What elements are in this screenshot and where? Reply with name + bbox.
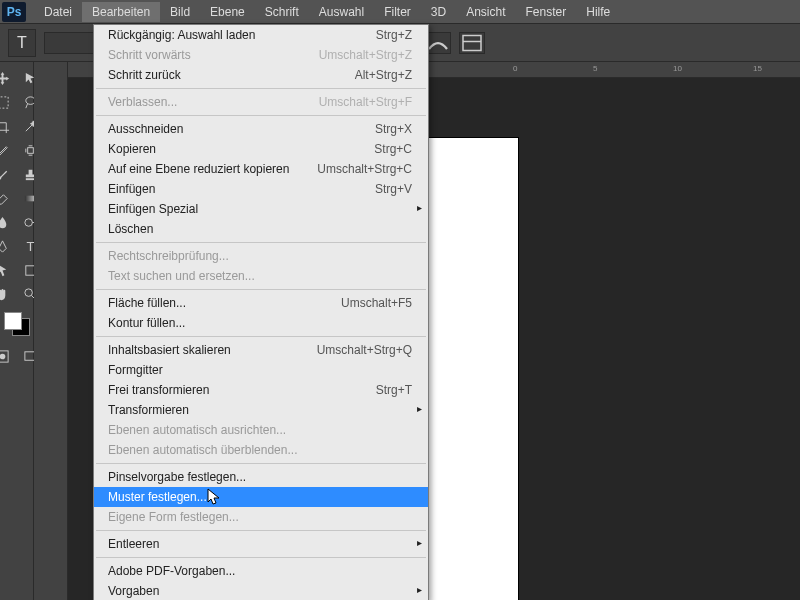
menu-item-adobe-pdf-vorgaben[interactable]: Adobe PDF-Vorgaben...: [94, 561, 428, 581]
menu-item-label: Ausschneiden: [108, 122, 183, 136]
menu-item-label: Schritt zurück: [108, 68, 181, 82]
tools-panel-left: T: [0, 62, 34, 600]
menu-item-label: Entleeren: [108, 537, 159, 551]
menu-3d[interactable]: 3D: [421, 2, 456, 22]
menu-item-einf-gen[interactable]: EinfügenStrg+V: [94, 179, 428, 199]
menu-item-text-suchen-und-ersetzen: Text suchen und ersetzen...: [94, 266, 428, 286]
menu-item-inhaltsbasiert-skalieren[interactable]: Inhaltsbasiert skalierenUmschalt+Strg+Q: [94, 340, 428, 360]
menu-item-label: Ebenen automatisch überblenden...: [108, 443, 297, 457]
brush-tool[interactable]: [0, 162, 17, 186]
menu-separator: [96, 463, 426, 464]
menu-separator: [96, 530, 426, 531]
current-tool-indicator[interactable]: T: [8, 29, 36, 57]
menu-item-label: Verblassen...: [108, 95, 177, 109]
quickmask-button[interactable]: [0, 344, 17, 368]
menu-item-auf-eine-ebene-reduziert-kopieren[interactable]: Auf eine Ebene reduziert kopierenUmschal…: [94, 159, 428, 179]
menu-separator: [96, 336, 426, 337]
menu-auswahl[interactable]: Auswahl: [309, 2, 374, 22]
blur-tool[interactable]: [0, 210, 17, 234]
menu-item-label: Fläche füllen...: [108, 296, 186, 310]
svg-point-7: [25, 218, 33, 226]
menu-item-label: Schritt vorwärts: [108, 48, 191, 62]
svg-rect-4: [28, 147, 34, 153]
svg-rect-0: [463, 35, 481, 50]
menu-item-label: Formgitter: [108, 363, 163, 377]
menu-item-label: Eigene Form festlegen...: [108, 510, 239, 524]
menu-bild[interactable]: Bild: [160, 2, 200, 22]
menu-datei[interactable]: Datei: [34, 2, 82, 22]
menu-item-shortcut: Umschalt+Strg+F: [319, 95, 412, 109]
menu-separator: [96, 242, 426, 243]
menu-item-formgitter[interactable]: Formgitter: [94, 360, 428, 380]
color-swatches[interactable]: [2, 310, 32, 338]
menu-schrift[interactable]: Schrift: [255, 2, 309, 22]
svg-point-11: [0, 353, 5, 359]
menu-bearbeiten[interactable]: Bearbeiten: [82, 2, 160, 22]
eyedropper-tool[interactable]: [0, 138, 17, 162]
menu-item-label: Adobe PDF-Vorgaben...: [108, 564, 235, 578]
menu-filter[interactable]: Filter: [374, 2, 421, 22]
menu-fenster[interactable]: Fenster: [516, 2, 577, 22]
menu-item-ausschneiden[interactable]: AusschneidenStrg+X: [94, 119, 428, 139]
menu-ansicht[interactable]: Ansicht: [456, 2, 515, 22]
crop-tool[interactable]: [0, 114, 17, 138]
menu-item-vorgaben[interactable]: Vorgaben: [94, 581, 428, 600]
menu-item-r-ckg-ngig-auswahl-laden[interactable]: Rückgängig: Auswahl ladenStrg+Z: [94, 25, 428, 45]
app-logo: Ps: [2, 2, 26, 22]
menu-item-muster-festlegen[interactable]: Muster festlegen...: [94, 487, 428, 507]
menu-item-label: Rückgängig: Auswahl laden: [108, 28, 255, 42]
marquee-tool[interactable]: [0, 90, 17, 114]
menu-item-label: Vorgaben: [108, 584, 159, 598]
menu-item-pinselvorgabe-festlegen[interactable]: Pinselvorgabe festlegen...: [94, 467, 428, 487]
menu-item-label: Text suchen und ersetzen...: [108, 269, 255, 283]
menu-item-einf-gen-spezial[interactable]: Einfügen Spezial: [94, 199, 428, 219]
menu-item-eigene-form-festlegen: Eigene Form festlegen...: [94, 507, 428, 527]
menu-ebene[interactable]: Ebene: [200, 2, 255, 22]
menu-item-l-schen[interactable]: Löschen: [94, 219, 428, 239]
panels-button[interactable]: [459, 32, 485, 54]
menu-item-shortcut: Strg+Z: [376, 28, 412, 42]
menu-item-shortcut: Umschalt+Strg+Z: [319, 48, 412, 62]
menu-item-label: Löschen: [108, 222, 153, 236]
ruler-vertical: [34, 62, 68, 600]
menu-hilfe[interactable]: Hilfe: [576, 2, 620, 22]
pen-tool[interactable]: [0, 234, 17, 258]
menu-item-kopieren[interactable]: KopierenStrg+C: [94, 139, 428, 159]
menu-separator: [96, 289, 426, 290]
menu-item-label: Kopieren: [108, 142, 156, 156]
menu-item-label: Muster festlegen...: [108, 490, 207, 504]
menu-item-rechtschreibpr-fung: Rechtschreibprüfung...: [94, 246, 428, 266]
menu-item-label: Inhaltsbasiert skalieren: [108, 343, 231, 357]
menu-item-ebenen-automatisch-berblenden: Ebenen automatisch überblenden...: [94, 440, 428, 460]
menu-item-entleeren[interactable]: Entleeren: [94, 534, 428, 554]
menu-item-ebenen-automatisch-ausrichten: Ebenen automatisch ausrichten...: [94, 420, 428, 440]
move-tool[interactable]: [0, 66, 17, 90]
menu-item-shortcut: Alt+Strg+Z: [355, 68, 412, 82]
foreground-color[interactable]: [4, 312, 22, 330]
menu-item-schritt-zur-ck[interactable]: Schritt zurückAlt+Strg+Z: [94, 65, 428, 85]
menu-item-label: Frei transformieren: [108, 383, 209, 397]
menu-item-frei-transformieren[interactable]: Frei transformierenStrg+T: [94, 380, 428, 400]
menu-item-shortcut: Strg+T: [376, 383, 412, 397]
eraser-tool[interactable]: [0, 186, 17, 210]
path-select-tool[interactable]: [0, 258, 17, 282]
menu-separator: [96, 115, 426, 116]
menu-separator: [96, 557, 426, 558]
menubar: Ps DateiBearbeitenBildEbeneSchriftAuswah…: [0, 0, 800, 24]
menu-item-label: Kontur füllen...: [108, 316, 185, 330]
menu-item-verblassen: Verblassen...Umschalt+Strg+F: [94, 92, 428, 112]
svg-rect-2: [0, 96, 8, 107]
menu-item-label: Einfügen Spezial: [108, 202, 198, 216]
menu-item-shortcut: Strg+X: [375, 122, 412, 136]
menu-item-shortcut: Strg+C: [374, 142, 412, 156]
menu-item-kontur-f-llen[interactable]: Kontur füllen...: [94, 313, 428, 333]
menu-item-transformieren[interactable]: Transformieren: [94, 400, 428, 420]
menu-item-schritt-vorw-rts: Schritt vorwärtsUmschalt+Strg+Z: [94, 45, 428, 65]
hand-tool[interactable]: [0, 282, 17, 306]
menu-item-shortcut: Umschalt+F5: [341, 296, 412, 310]
menu-item-label: Transformieren: [108, 403, 189, 417]
edit-menu-dropdown: Rückgängig: Auswahl ladenStrg+ZSchritt v…: [93, 24, 429, 600]
menu-item-label: Pinselvorgabe festlegen...: [108, 470, 246, 484]
menu-item-label: Ebenen automatisch ausrichten...: [108, 423, 286, 437]
menu-item-fl-che-f-llen[interactable]: Fläche füllen...Umschalt+F5: [94, 293, 428, 313]
